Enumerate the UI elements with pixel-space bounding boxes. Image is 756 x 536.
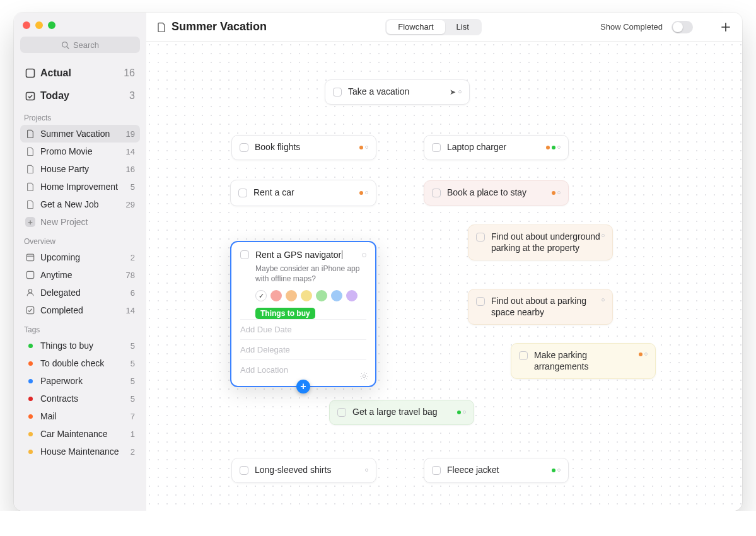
color-green[interactable]: [316, 290, 327, 301]
add-subtask-button[interactable]: +: [296, 380, 310, 393]
add-delegate-field[interactable]: Add Delegate: [240, 339, 366, 359]
checkbox-icon[interactable]: [476, 297, 485, 306]
tag-dot-icon: [28, 361, 33, 366]
task-tag-chip[interactable]: Things to buy: [255, 308, 315, 319]
overview-header: Overview: [20, 231, 140, 248]
sidebar-tag-paperwork[interactable]: Paperwork 5: [20, 372, 140, 390]
add-task-button[interactable]: [719, 21, 732, 33]
tag-dot-icon: [28, 450, 33, 454]
node-rent-a-car[interactable]: Rent a car: [230, 180, 376, 206]
checkbox-icon[interactable]: [476, 233, 485, 242]
sidebar-anytime[interactable]: Anytime 78: [20, 266, 140, 284]
svg-point-7: [28, 289, 32, 293]
node-travel-bag[interactable]: Get a large travel bag: [329, 400, 474, 425]
tag-dot-icon: [28, 414, 33, 419]
gear-icon[interactable]: [359, 371, 369, 381]
zoom-window-button[interactable]: [48, 21, 55, 29]
color-blue[interactable]: [331, 290, 342, 301]
show-completed-label: Show Completed: [600, 22, 663, 32]
close-window-button[interactable]: [23, 21, 30, 29]
sidebar-tag-contracts[interactable]: Contracts 5: [20, 390, 140, 407]
status-dot: [458, 90, 462, 93]
color-red[interactable]: [270, 290, 282, 301]
add-due-date-field[interactable]: Add Due Date: [240, 319, 366, 339]
sidebar-upcoming[interactable]: Upcoming 2: [20, 248, 140, 266]
checkbox-icon[interactable]: [240, 143, 248, 152]
projects-header: Projects: [20, 107, 140, 125]
status-dots: [639, 352, 648, 356]
sidebar-completed[interactable]: Completed 14: [20, 301, 140, 319]
color-purple[interactable]: [346, 290, 358, 301]
add-location-field[interactable]: Add Location: [240, 359, 366, 380]
node-long-sleeved-shirts[interactable]: Long-sleeved shirts: [231, 458, 376, 483]
box-icon: [25, 270, 35, 280]
checkbox-icon[interactable]: [432, 189, 441, 197]
minimize-window-button[interactable]: [35, 21, 43, 29]
tag-dot-icon: [28, 344, 33, 348]
search-input[interactable]: Search: [20, 37, 140, 53]
show-completed-toggle[interactable]: [672, 21, 693, 33]
status-dots: [552, 191, 561, 195]
color-orange[interactable]: [286, 290, 297, 301]
tag-dot-icon: [28, 379, 33, 383]
svg-point-0: [62, 42, 67, 47]
connectors: [146, 42, 335, 136]
search-icon: [61, 41, 69, 49]
sidebar-today[interactable]: Today 3: [20, 84, 140, 107]
node-book-flights[interactable]: Book flights: [231, 135, 376, 160]
node-laptop-charger[interactable]: Laptop charger: [424, 135, 569, 160]
top-bar: Summer Vacation Flowchart List Show Comp…: [146, 13, 742, 42]
sidebar-tag-things-to-buy[interactable]: Things to buy 5: [20, 337, 140, 354]
sidebar-project-house-party[interactable]: House Party 16: [20, 160, 140, 178]
checkbox-icon[interactable]: [432, 466, 441, 475]
document-icon: [25, 146, 35, 156]
color-picker: [255, 290, 366, 301]
sidebar-project-promo-movie[interactable]: Promo Movie 14: [20, 143, 140, 160]
sidebar-tag-mail[interactable]: Mail 7: [20, 407, 140, 425]
node-take-a-vacation[interactable]: Take a vacation ➤: [325, 79, 470, 105]
checkbox-icon[interactable]: [333, 88, 342, 96]
sidebar-tag-house-maintenance[interactable]: House Maintenance 2: [20, 443, 140, 460]
node-fleece-jacket[interactable]: Fleece jacket: [424, 458, 569, 483]
task-editor-card[interactable]: Rent a GPS navigator Maybe consider an i…: [230, 241, 376, 387]
location-icon: ➤: [450, 88, 456, 96]
node-book-a-place-to-stay[interactable]: Book a place to stay: [424, 180, 569, 206]
tags-header: Tags: [20, 319, 140, 337]
checkbox-icon[interactable]: [432, 143, 441, 152]
checkbox-icon[interactable]: [240, 466, 248, 475]
checkbox-icon[interactable]: [519, 351, 528, 360]
checkbox-icon[interactable]: [238, 189, 247, 197]
checkbox-icon[interactable]: [240, 250, 249, 259]
sidebar-delegated[interactable]: Delegated 6: [20, 284, 140, 301]
task-note[interactable]: Maybe consider an iPhone app with offlin…: [255, 264, 366, 284]
checkbox-icon[interactable]: [337, 408, 346, 417]
sidebar-project-get-a-new-job[interactable]: Get a New Job 29: [20, 195, 140, 213]
status-dots: [359, 191, 368, 195]
color-none[interactable]: [255, 290, 267, 301]
node-underground-parking[interactable]: Find out about underground parking at th…: [468, 224, 613, 260]
box-icon: [25, 68, 35, 78]
app-window: Search Actual 16 Today 3 Projects Summer…: [14, 13, 742, 511]
sidebar-project-summer-vacation[interactable]: Summer Vacation 19: [20, 125, 140, 143]
document-icon: [156, 22, 166, 32]
sidebar-tag-car-maintenance[interactable]: Car Maintenance 1: [20, 425, 140, 443]
svg-line-1: [67, 46, 69, 48]
tab-list[interactable]: List: [445, 20, 480, 34]
tab-flowchart[interactable]: Flowchart: [387, 20, 445, 34]
color-yellow[interactable]: [301, 290, 312, 301]
sidebar-project-home-improvement[interactable]: Home Improvement 5: [20, 178, 140, 195]
svg-point-13: [363, 375, 365, 378]
node-parking-nearby[interactable]: Find out about a parking space nearby: [468, 289, 613, 325]
new-project-button[interactable]: + New Project: [20, 213, 140, 231]
document-icon: [25, 182, 35, 192]
check-square-icon: [25, 305, 35, 315]
node-make-parking[interactable]: Make parking arrangements: [511, 343, 656, 379]
document-icon: [25, 164, 35, 174]
sidebar-tag-to-double-check[interactable]: To double check 5: [20, 354, 140, 372]
flowchart-canvas[interactable]: Take a vacation ➤ Book flights Laptop ch…: [146, 42, 742, 511]
page-title: Summer Vacation: [156, 20, 267, 33]
sidebar-actual[interactable]: Actual 16: [20, 62, 140, 84]
task-title-input[interactable]: Rent a GPS navigator: [255, 250, 362, 260]
tag-dot-icon: [28, 432, 33, 436]
search-placeholder: Search: [73, 40, 99, 50]
